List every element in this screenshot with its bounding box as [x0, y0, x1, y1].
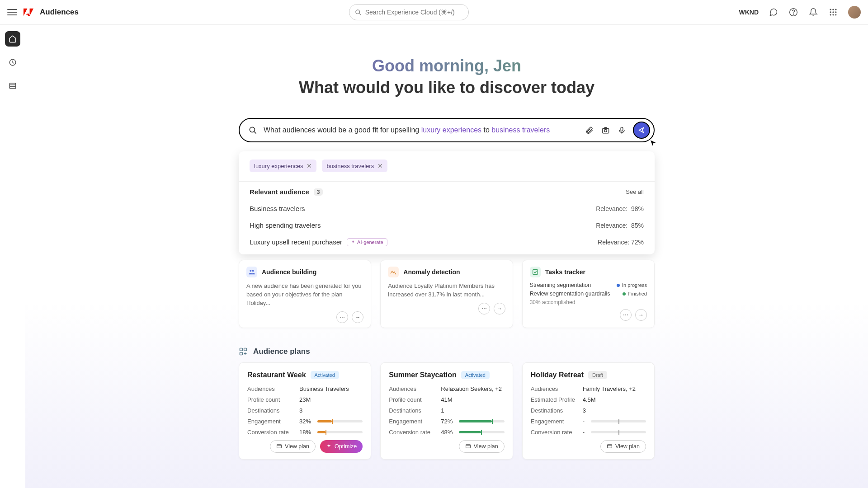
metric-bar [317, 420, 363, 422]
svg-point-5 [832, 9, 834, 10]
svg-point-10 [830, 14, 831, 15]
task-row: Streaming segmentation In progress [530, 282, 647, 288]
more-button[interactable]: ⋯ [478, 303, 490, 314]
count-badge: 3 [314, 188, 323, 196]
audience-row[interactable]: High spending travelers Relevance: 85% [250, 217, 644, 234]
insight-row: Audience building A new audience has bee… [239, 260, 655, 328]
chip-luxury-experiences[interactable]: luxury experiences✕ [250, 160, 316, 172]
open-button[interactable]: → [494, 303, 505, 314]
chip-row: luxury experiences✕ business travelers✕ [250, 160, 644, 172]
greeting: Good morning, Jen What would you like to… [239, 56, 655, 97]
tasks-icon [530, 267, 541, 277]
plan-metric: Conversion rate18% [247, 429, 363, 436]
insight-audience-building: Audience building A new audience has bee… [239, 260, 371, 328]
tenant-label[interactable]: WKND [739, 9, 759, 16]
app-title: Audiences [40, 8, 79, 17]
svg-rect-25 [240, 348, 243, 351]
notifications-icon[interactable] [808, 7, 818, 17]
global-search-placeholder: Search Experience Cloud (⌘+/) [365, 9, 455, 16]
svg-point-17 [250, 127, 255, 132]
rail-home-button[interactable] [5, 31, 20, 47]
view-plan-button[interactable]: View plan [459, 440, 505, 453]
audience-row[interactable]: Luxury upsell recent purchaserAI-generat… [250, 234, 644, 251]
metric-bar [591, 431, 646, 433]
plan-metric: Conversion rate- [531, 429, 646, 436]
microphone-icon[interactable] [617, 125, 627, 135]
user-avatar[interactable] [848, 6, 861, 19]
search-icon [249, 126, 257, 135]
greeting-line2: What would you like to discover today [239, 78, 655, 97]
left-nav-rail [0, 25, 25, 488]
plan-name: Summer Staycation [389, 371, 456, 379]
main-content: Good morning, Jen What would you like to… [25, 25, 868, 488]
audience-building-icon [246, 267, 257, 277]
accomplished-text: 30% accomplished [530, 299, 647, 305]
send-button[interactable] [633, 122, 650, 139]
ai-query-text: What audiences would be a good fit for u… [264, 126, 578, 134]
svg-rect-21 [621, 127, 623, 131]
svg-point-3 [793, 14, 793, 14]
anomaly-icon [388, 267, 399, 277]
plan-metric: Engagement32% [247, 418, 363, 425]
svg-point-0 [356, 9, 360, 14]
status-badge: Activated [311, 371, 339, 379]
status-badge: Draft [588, 371, 607, 379]
svg-line-18 [254, 131, 256, 133]
metric-bar [459, 431, 504, 433]
svg-rect-28 [277, 445, 282, 448]
chip-remove-icon[interactable]: ✕ [307, 162, 312, 169]
svg-point-7 [830, 11, 831, 13]
svg-point-6 [835, 9, 836, 10]
plans-icon [239, 347, 248, 356]
metric-bar [591, 420, 646, 422]
plan-metric: Conversion rate48% [389, 429, 504, 436]
svg-point-22 [250, 270, 251, 272]
svg-point-23 [252, 270, 254, 272]
open-button[interactable]: → [635, 309, 647, 321]
help-icon[interactable] [788, 7, 798, 17]
suggestion-panel: luxury experiences✕ business travelers✕ … [239, 151, 655, 254]
plans-row: Restaurant Week Activated AudiencesBusin… [239, 362, 655, 460]
see-all-link[interactable]: See all [626, 188, 644, 195]
attach-icon[interactable] [584, 125, 594, 135]
plan-card: Holiday Retreat Draft AudiencesFamily Tr… [522, 362, 655, 460]
svg-line-1 [359, 13, 361, 15]
plan-metric: Engagement- [531, 418, 646, 425]
rail-library-button[interactable] [5, 78, 20, 94]
ai-generate-badge: AI-generate [347, 238, 387, 246]
open-button[interactable]: → [352, 311, 363, 323]
adobe-logo [24, 7, 33, 17]
more-button[interactable]: ⋯ [620, 309, 632, 321]
plan-card: Restaurant Week Activated AudiencesBusin… [239, 362, 371, 460]
svg-point-11 [832, 14, 834, 15]
greeting-line1: Good morning, Jen [239, 56, 655, 75]
view-plan-button[interactable]: View plan [270, 440, 316, 453]
feedback-icon[interactable] [769, 7, 778, 17]
insight-tasks-tracker: Tasks tracker Streaming segmentation In … [522, 260, 655, 328]
apps-icon[interactable] [828, 7, 838, 17]
plan-name: Restaurant Week [247, 371, 306, 379]
plans-header: Audience plans [239, 347, 655, 356]
panel-title: Relevant audience 3 [250, 188, 323, 196]
rail-recents-button[interactable] [5, 55, 20, 70]
chip-remove-icon[interactable]: ✕ [377, 162, 383, 169]
chip-business-travelers[interactable]: business travelers✕ [322, 160, 387, 172]
task-row: Review segmentation guardrails Finished [530, 291, 647, 297]
menu-toggle-button[interactable] [7, 7, 17, 17]
plan-name: Holiday Retreat [531, 371, 584, 379]
svg-point-9 [835, 11, 836, 13]
view-plan-button[interactable]: View plan [600, 440, 646, 453]
optimize-button[interactable]: Optimize [320, 440, 363, 453]
global-search-input[interactable]: Search Experience Cloud (⌘+/) [349, 4, 469, 20]
plan-card: Summer Staycation Activated AudiencesRel… [380, 362, 513, 460]
metric-bar [459, 420, 504, 422]
more-button[interactable]: ⋯ [336, 311, 348, 323]
camera-icon[interactable] [600, 125, 610, 135]
svg-rect-24 [533, 270, 538, 275]
svg-rect-30 [466, 445, 470, 448]
ai-search-bar[interactable]: What audiences would be a good fit for u… [239, 118, 655, 142]
audience-row[interactable]: Business travelers Relevance: 98% [250, 200, 644, 217]
metric-bar [317, 431, 363, 433]
svg-rect-32 [608, 445, 612, 448]
svg-rect-27 [240, 352, 243, 355]
